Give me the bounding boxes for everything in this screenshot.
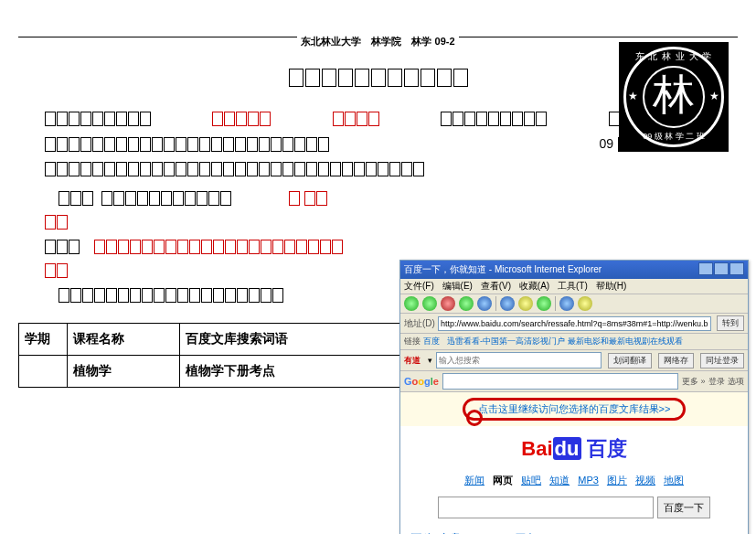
go-button[interactable]: 转到 <box>717 315 744 331</box>
baidu-search-input[interactable] <box>438 497 654 518</box>
logo-top-arc: 东 北 林 业 大 学 <box>626 50 721 63</box>
link-baidu[interactable]: 百度 <box>423 336 440 346</box>
history-icon[interactable] <box>537 296 551 311</box>
placeholder-row-1 <box>44 110 712 130</box>
back-icon[interactable] <box>404 296 419 311</box>
youdao-label: 有道 <box>404 355 421 367</box>
title-placeholder <box>44 69 712 91</box>
google-logo: Google <box>404 376 439 387</box>
cell-semester <box>19 355 68 387</box>
address-label: 地址(D) <box>404 317 435 330</box>
nav-image[interactable]: 图片 <box>607 475 627 486</box>
link-xunlei[interactable]: 迅雷看看-中国第一高清影视门户 最新电影和最新电视剧在线观看 <box>447 336 683 346</box>
google-input[interactable] <box>442 373 678 390</box>
baidu-footer-links: 百科 文库 hao123 | 更多>> <box>400 528 748 534</box>
menu-file[interactable]: 文件(F) <box>404 281 434 291</box>
year-09: 09 <box>600 136 614 151</box>
youdao-login-button[interactable]: 同址登录 <box>700 353 744 368</box>
stop-icon[interactable] <box>441 296 455 311</box>
menu-favorites[interactable]: 收藏(A) <box>519 281 549 291</box>
window-controls[interactable] <box>697 262 744 277</box>
favorites-icon[interactable] <box>518 296 533 311</box>
google-more[interactable]: 更多 » <box>682 376 706 388</box>
search-icon[interactable] <box>500 296 515 311</box>
mail-icon[interactable] <box>559 296 574 311</box>
circle-marker-icon <box>466 410 483 426</box>
nav-mp3[interactable]: MP3 <box>578 475 599 486</box>
continue-link[interactable]: 点击这里继续访问您选择的百度文库结果>> <box>463 398 687 421</box>
refresh-icon[interactable] <box>459 296 474 311</box>
menu-view[interactable]: 查看(V) <box>481 281 511 291</box>
window-title: 百度一下，你就知道 - Microsoft Internet Explorer <box>404 263 602 276</box>
menu-help[interactable]: 帮助(H) <box>596 281 627 291</box>
page-header: 东北林业大学 林学院 林学 09-2 <box>297 35 458 48</box>
baidu-search-button[interactable]: 百度一下 <box>657 497 710 518</box>
address-input[interactable] <box>438 316 711 331</box>
nav-news[interactable]: 新闻 <box>464 475 484 486</box>
ie-window: 百度一下，你就知道 - Microsoft Internet Explorer … <box>399 260 749 534</box>
links-label: 链接 <box>404 336 421 346</box>
logo-center-char: 林 <box>643 66 705 128</box>
print-icon[interactable] <box>578 296 592 311</box>
baidu-logo: Baidu 百度 <box>521 437 626 460</box>
th-semester: 学期 <box>19 323 68 355</box>
toolbar[interactable] <box>400 294 748 314</box>
menu-bar[interactable]: 文件(F) 编辑(E) 查看(V) 收藏(A) 工具(T) 帮助(H) <box>400 279 748 294</box>
placeholder-paragraph <box>44 187 391 304</box>
youdao-translate-button[interactable]: 划词翻译 <box>608 353 652 368</box>
baidu-nav[interactable]: 新闻 网页 贴吧 知道 MP3 图片 视频 地图 <box>400 474 748 487</box>
youdao-save-button[interactable]: 网络存 <box>658 353 694 368</box>
placeholder-row-3 <box>44 157 712 177</box>
school-logo: 东 北 林 业 大 学 ★★ 林 09 级 林 学 二 班 <box>619 42 729 152</box>
youdao-input[interactable] <box>436 352 602 368</box>
nav-tieba[interactable]: 贴吧 <box>521 475 541 486</box>
nav-zhidao[interactable]: 知道 <box>549 475 570 486</box>
google-signin[interactable]: 登录 选项 <box>708 376 744 388</box>
menu-edit[interactable]: 编辑(E) <box>442 281 473 291</box>
nav-map[interactable]: 地图 <box>664 475 684 486</box>
forward-icon[interactable] <box>422 296 437 311</box>
placeholder-row-2: 09 <box>44 134 712 154</box>
cell-course: 植物学 <box>68 355 180 387</box>
warning-banner: 点击这里继续访问您选择的百度文库结果>> <box>400 392 748 426</box>
logo-bottom-arc: 09 级 林 学 二 班 <box>626 131 721 143</box>
home-icon[interactable] <box>477 296 492 311</box>
th-course: 课程名称 <box>68 323 180 355</box>
nav-web[interactable]: 网页 <box>493 475 513 486</box>
nav-video[interactable]: 视频 <box>635 475 655 486</box>
menu-tools[interactable]: 工具(T) <box>558 281 588 291</box>
